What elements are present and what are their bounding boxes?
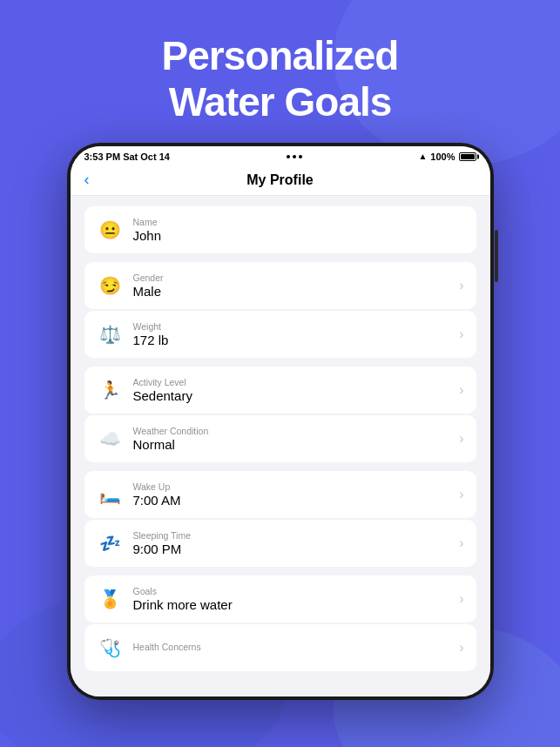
wifi-icon: ▲ <box>418 151 427 161</box>
profile-row-6[interactable]: 💤Sleeping Time9:00 PM› <box>84 520 476 567</box>
battery-label: 100% <box>430 151 455 162</box>
device-screen: 3:53 PM Sat Oct 14 ▲ 100% ‹ My Profile 😐… <box>71 146 490 697</box>
profile-list: 😐NameJohn😏GenderMale›⚖️Weight172 lb›🏃Act… <box>71 196 490 697</box>
row-label-6: Sleeping Time <box>133 530 460 541</box>
chevron-icon-3: › <box>459 382 463 398</box>
nav-title: My Profile <box>246 172 313 188</box>
row-content-2: Weight172 lb <box>133 321 460 347</box>
row-label-0: Name <box>133 217 464 227</box>
header-section: Personalized Water Goals <box>0 0 560 143</box>
row-label-5: Wake Up <box>133 481 460 492</box>
row-icon-2: ⚖️ <box>97 320 125 348</box>
row-icon-7: 🏅 <box>97 585 125 613</box>
row-label-2: Weight <box>133 321 460 332</box>
row-content-6: Sleeping Time9:00 PM <box>133 530 460 556</box>
row-icon-0: 😐 <box>97 216 125 244</box>
profile-row-7[interactable]: 🏅GoalsDrink more water› <box>84 575 476 622</box>
row-value-7: Drink more water <box>133 597 460 612</box>
status-bar: 3:53 PM Sat Oct 14 ▲ 100% <box>71 146 490 165</box>
profile-row-4[interactable]: ☁️Weather ConditionNormal› <box>84 415 476 462</box>
profile-row-0: 😐NameJohn <box>84 206 476 253</box>
row-value-5: 7:00 AM <box>133 493 460 508</box>
profile-row-1[interactable]: 😏GenderMale› <box>84 262 476 309</box>
nav-bar: ‹ My Profile <box>71 165 490 196</box>
row-value-3: Sedentary <box>133 388 460 403</box>
row-content-3: Activity LevelSedentary <box>133 377 460 403</box>
row-content-5: Wake Up7:00 AM <box>133 481 460 508</box>
chevron-icon-7: › <box>459 591 463 607</box>
row-icon-1: 😏 <box>97 272 125 299</box>
row-icon-8: 🩺 <box>97 634 125 662</box>
chevron-icon-2: › <box>459 326 463 342</box>
row-label-8: Health Concerns <box>133 642 460 652</box>
profile-row-2[interactable]: ⚖️Weight172 lb› <box>84 311 476 358</box>
row-label-3: Activity Level <box>133 377 460 387</box>
row-label-7: Goals <box>133 586 460 596</box>
row-icon-4: ☁️ <box>97 425 125 453</box>
row-value-4: Normal <box>133 437 460 452</box>
row-label-4: Weather Condition <box>133 426 460 436</box>
row-label-1: Gender <box>133 273 460 283</box>
row-value-0: John <box>133 228 464 243</box>
row-content-7: GoalsDrink more water <box>133 586 460 612</box>
profile-row-8[interactable]: 🩺Health Concerns› <box>84 624 476 671</box>
status-right: ▲ 100% <box>418 151 476 162</box>
row-content-8: Health Concerns <box>133 642 460 653</box>
row-content-1: GenderMale <box>133 273 460 299</box>
back-button[interactable]: ‹ <box>84 171 90 189</box>
chevron-icon-4: › <box>459 431 463 447</box>
chevron-icon-6: › <box>459 535 463 551</box>
row-icon-5: 🛏️ <box>97 481 125 508</box>
status-time: 3:53 PM Sat Oct 14 <box>84 151 170 162</box>
status-dots <box>287 155 302 158</box>
row-content-4: Weather ConditionNormal <box>133 426 460 452</box>
row-value-2: 172 lb <box>133 333 460 347</box>
profile-row-5[interactable]: 🛏️Wake Up7:00 AM› <box>84 471 476 518</box>
chevron-icon-5: › <box>459 487 463 502</box>
battery-bar <box>459 152 476 161</box>
row-value-6: 9:00 PM <box>133 542 460 556</box>
row-content-0: NameJohn <box>133 217 464 243</box>
chevron-icon-8: › <box>459 640 463 656</box>
profile-row-3[interactable]: 🏃Activity LevelSedentary› <box>84 367 476 414</box>
page-title: Personalized Water Goals <box>0 33 560 125</box>
row-icon-6: 💤 <box>97 529 125 557</box>
row-value-1: Male <box>133 284 460 299</box>
chevron-icon-1: › <box>459 278 463 293</box>
device-frame: 3:53 PM Sat Oct 14 ▲ 100% ‹ My Profile 😐… <box>67 143 494 700</box>
row-icon-3: 🏃 <box>97 376 125 404</box>
